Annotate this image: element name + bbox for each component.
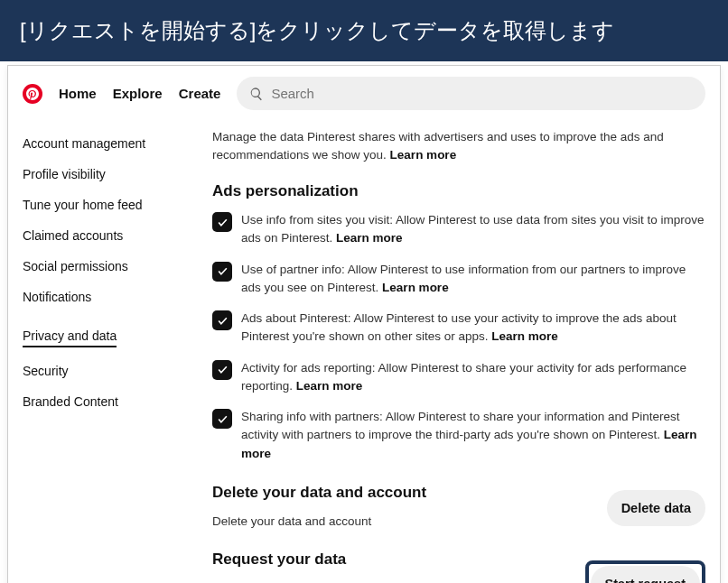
sidebar-item-profile-visibility[interactable]: Profile visibility xyxy=(23,159,176,190)
check-icon xyxy=(217,217,229,228)
sidebar-item-tune-home-feed[interactable]: Tune your home feed xyxy=(23,190,176,220)
checkbox-ads-reporting[interactable] xyxy=(212,360,232,380)
ads-personalization-title: Ads personalization xyxy=(212,180,705,203)
toggle-text: Use info from sites you visit: Allow Pin… xyxy=(241,211,705,248)
learn-more-link[interactable]: Learn more xyxy=(336,231,403,245)
request-title: Request your data xyxy=(212,548,567,571)
banner-text: [リクエストを開始する]をクリックしてデータを取得します xyxy=(20,18,614,42)
nav-create[interactable]: Create xyxy=(179,86,221,101)
search-container[interactable] xyxy=(237,77,705,110)
checkbox-sharing-with-partners[interactable] xyxy=(212,409,232,429)
search-input[interactable] xyxy=(271,86,693,101)
check-icon xyxy=(217,265,229,277)
toggle-row: Use info from sites you visit: Allow Pin… xyxy=(212,211,705,248)
sidebar-item-claimed-accounts[interactable]: Claimed accounts xyxy=(23,220,176,251)
checkbox-sites-you-visit[interactable] xyxy=(212,212,232,232)
delete-data-button[interactable]: Delete data xyxy=(607,490,705,526)
delete-section: Delete your data and account Delete your… xyxy=(212,476,705,532)
sidebar: Account management Profile visibility Tu… xyxy=(23,128,176,583)
checkbox-ads-about-pinterest[interactable] xyxy=(212,310,232,330)
start-request-highlight: Start request xyxy=(585,560,705,584)
sidebar-item-branded-content[interactable]: Branded Content xyxy=(23,386,176,417)
nav-explore[interactable]: Explore xyxy=(113,86,163,101)
main-panel: Manage the data Pinterest shares with ad… xyxy=(212,128,705,583)
request-section: Request your data You can request a copy… xyxy=(212,548,705,584)
sidebar-item-account-management[interactable]: Account management xyxy=(23,128,176,159)
sidebar-item-notifications[interactable]: Notifications xyxy=(23,282,176,312)
topbar: Home Explore Create xyxy=(8,66,720,121)
request-desc: You can request a copy of the info Pinte… xyxy=(212,579,567,583)
pinterest-logo-icon[interactable] xyxy=(23,84,42,104)
check-icon xyxy=(217,315,229,327)
sidebar-item-privacy-data[interactable]: Privacy and data xyxy=(23,320,117,347)
delete-title: Delete your data and account xyxy=(212,481,589,504)
toggle-text: Activity for ads reporting: Allow Pinter… xyxy=(241,359,705,396)
toggle-row: Ads about Pinterest: Allow Pinterest to … xyxy=(212,310,705,347)
sidebar-item-security[interactable]: Security xyxy=(23,356,176,386)
toggle-text: Sharing info with partners: Allow Pinter… xyxy=(241,408,705,463)
toggle-row: Sharing info with partners: Allow Pinter… xyxy=(212,408,705,463)
check-icon xyxy=(217,413,229,425)
sidebar-item-social-permissions[interactable]: Social permissions xyxy=(23,251,176,282)
learn-more-link[interactable]: Learn more xyxy=(382,281,449,294)
instruction-banner: [リクエストを開始する]をクリックしてデータを取得します xyxy=(0,0,728,61)
app-frame: Home Explore Create Account management P… xyxy=(7,65,721,583)
toggle-row: Activity for ads reporting: Allow Pinter… xyxy=(212,359,705,396)
toggle-row: Use of partner info: Allow Pinterest to … xyxy=(212,261,705,298)
start-request-button[interactable]: Start request xyxy=(591,566,700,584)
learn-more-link[interactable]: Learn more xyxy=(296,379,363,393)
toggle-text: Ads about Pinterest: Allow Pinterest to … xyxy=(241,310,705,347)
intro-text: Manage the data Pinterest shares with ad… xyxy=(212,128,705,165)
learn-more-link[interactable]: Learn more xyxy=(491,329,558,343)
content: Account management Profile visibility Tu… xyxy=(8,121,720,583)
checkbox-partner-info[interactable] xyxy=(212,262,232,282)
nav-home[interactable]: Home xyxy=(59,86,97,101)
check-icon xyxy=(217,364,229,375)
toggle-text: Use of partner info: Allow Pinterest to … xyxy=(241,261,705,298)
learn-more-link[interactable]: Learn more xyxy=(390,148,457,162)
delete-desc: Delete your data and account xyxy=(212,513,589,531)
search-icon xyxy=(249,87,264,101)
